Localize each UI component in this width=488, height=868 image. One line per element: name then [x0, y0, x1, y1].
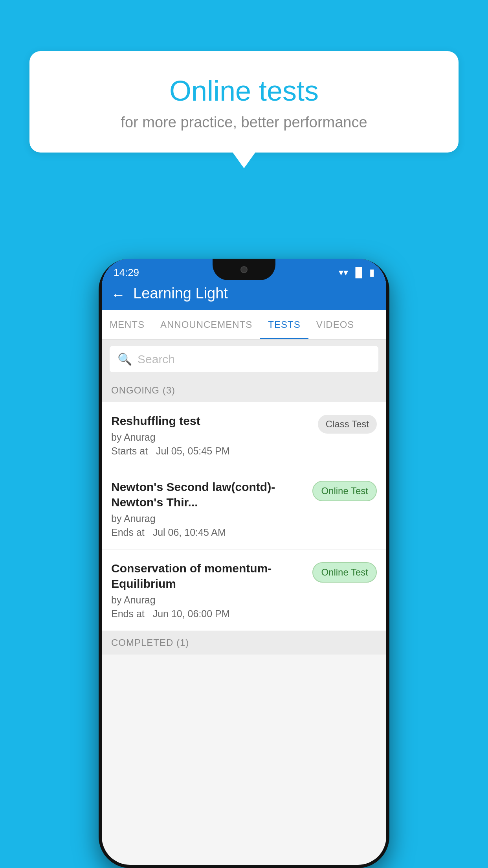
tab-videos[interactable]: VIDEOS — [308, 310, 362, 339]
back-button[interactable]: ← — [111, 288, 125, 302]
phone-notch — [213, 259, 275, 280]
time-label: Starts at — [111, 445, 148, 456]
test-info: Reshuffling test by Anurag Starts at Jul… — [111, 413, 312, 457]
search-input[interactable]: Search — [138, 353, 175, 366]
test-author: by Anurag — [111, 594, 306, 606]
test-badge-class: Class Test — [318, 415, 377, 434]
time-label: Ends at — [111, 608, 145, 619]
tabs-container: MENTS ANNOUNCEMENTS TESTS VIDEOS — [102, 310, 386, 340]
screen-content: 14:29 ▾▾ ▐▌ ▮ ← Learning Light MENTS ANN… — [102, 259, 386, 865]
test-info: Conservation of momentum-Equilibrium by … — [111, 561, 306, 620]
search-bar[interactable]: 🔍 Search — [110, 346, 378, 372]
tab-announcements[interactable]: ANNOUNCEMENTS — [152, 310, 260, 339]
bubble-title: Online tests — [53, 75, 435, 107]
time-value: Jul 05, 05:45 PM — [156, 445, 230, 456]
test-time: Ends at Jun 10, 06:00 PM — [111, 608, 306, 620]
signal-icon: ▐▌ — [352, 267, 365, 278]
test-author: by Anurag — [111, 432, 312, 443]
ongoing-section-header: ONGOING (3) — [102, 379, 386, 402]
test-name: Reshuffling test — [111, 413, 312, 428]
bubble-subtitle: for more practice, better performance — [53, 114, 435, 131]
tab-ments[interactable]: MENTS — [102, 310, 152, 339]
test-time: Starts at Jul 05, 05:45 PM — [111, 445, 312, 457]
ongoing-label: ONGOING (3) — [111, 385, 175, 395]
search-container: 🔍 Search — [102, 340, 386, 379]
test-name: Newton's Second law(contd)-Newton's Thir… — [111, 479, 306, 510]
test-list: Reshuffling test by Anurag Starts at Jul… — [102, 402, 386, 631]
completed-section-header: COMPLETED (1) — [102, 631, 386, 655]
speech-bubble: Online tests for more practice, better p… — [29, 51, 459, 153]
test-badge-online: Online Test — [312, 481, 377, 501]
tab-tests[interactable]: TESTS — [260, 310, 308, 339]
app-title: Learning Light — [133, 285, 228, 302]
front-camera — [240, 266, 248, 273]
test-name: Conservation of momentum-Equilibrium — [111, 561, 306, 591]
test-badge-online-2: Online Test — [312, 562, 377, 583]
time-value: Jun 10, 06:00 PM — [153, 608, 230, 619]
status-time: 14:29 — [114, 267, 139, 279]
test-item[interactable]: Conservation of momentum-Equilibrium by … — [102, 550, 386, 631]
battery-icon: ▮ — [369, 267, 374, 278]
completed-label: COMPLETED (1) — [111, 637, 189, 648]
status-icons: ▾▾ ▐▌ ▮ — [339, 267, 374, 278]
phone-outer: 14:29 ▾▾ ▐▌ ▮ ← Learning Light MENTS ANN… — [99, 259, 389, 868]
test-time: Ends at Jul 06, 10:45 AM — [111, 527, 306, 538]
phone-container: 14:29 ▾▾ ▐▌ ▮ ← Learning Light MENTS ANN… — [99, 259, 389, 868]
test-info: Newton's Second law(contd)-Newton's Thir… — [111, 479, 306, 538]
time-value: Jul 06, 10:45 AM — [153, 527, 226, 538]
search-icon: 🔍 — [117, 352, 132, 366]
time-label: Ends at — [111, 527, 145, 538]
test-author: by Anurag — [111, 513, 306, 524]
test-item[interactable]: Reshuffling test by Anurag Starts at Jul… — [102, 402, 386, 468]
test-item[interactable]: Newton's Second law(contd)-Newton's Thir… — [102, 468, 386, 550]
speech-bubble-container: Online tests for more practice, better p… — [29, 51, 459, 153]
wifi-icon: ▾▾ — [339, 267, 348, 278]
phone-screen: 14:29 ▾▾ ▐▌ ▮ ← Learning Light MENTS ANN… — [102, 259, 386, 865]
